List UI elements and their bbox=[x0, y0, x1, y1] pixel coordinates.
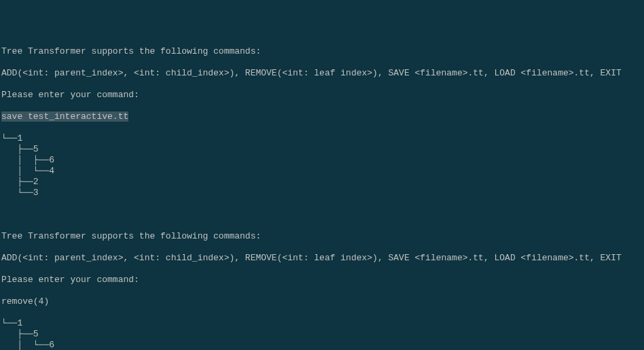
prompt-line-1: Please enter your command: bbox=[1, 90, 643, 101]
command-input-2[interactable]: remove(4) bbox=[1, 296, 643, 307]
command-text-1: save test_interactive.tt bbox=[1, 111, 128, 122]
commands-line-1: ADD(<int: parent_index>, <int: child_ind… bbox=[1, 68, 643, 79]
commands-line-2: ADD(<int: parent_index>, <int: child_ind… bbox=[1, 253, 643, 264]
tree-output-1: └──1 ├──5 │ ├──6 │ └──4 ├──2 └──3 bbox=[1, 133, 643, 198]
command-text-2: remove(4) bbox=[1, 296, 49, 307]
header-line-1: Tree Transformer supports the following … bbox=[1, 46, 643, 57]
command-input-1[interactable]: save test_interactive.tt bbox=[1, 111, 643, 122]
blank-line-1 bbox=[1, 209, 643, 220]
prompt-line-2: Please enter your command: bbox=[1, 275, 643, 285]
tree-output-2: └──1 ├──5 │ └──6 ├──2 └──3 bbox=[1, 318, 643, 350]
header-line-2: Tree Transformer supports the following … bbox=[1, 231, 643, 242]
